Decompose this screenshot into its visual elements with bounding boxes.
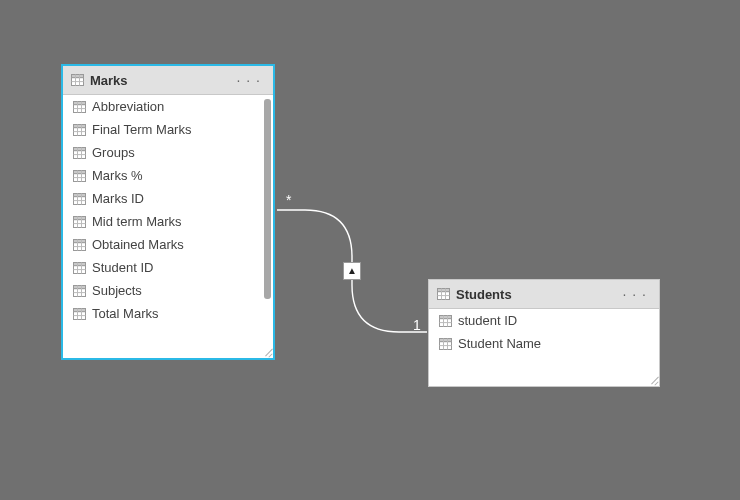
field-label: Groups	[92, 145, 135, 160]
column-icon	[73, 124, 86, 136]
table-card-students[interactable]: Students · · · student ID Student Name	[428, 279, 660, 387]
field-row[interactable]: Final Term Marks	[63, 118, 273, 141]
resize-handle[interactable]	[646, 373, 658, 385]
cardinality-many: *	[286, 192, 292, 208]
table-icon	[437, 288, 450, 300]
field-label: Obtained Marks	[92, 237, 184, 252]
column-icon	[73, 170, 86, 182]
field-row[interactable]: Marks %	[63, 164, 273, 187]
table-icon	[71, 74, 84, 86]
field-label: Marks ID	[92, 191, 144, 206]
field-label: Total Marks	[92, 306, 158, 321]
field-row[interactable]: Subjects	[63, 279, 273, 302]
field-row[interactable]: Abbreviation	[63, 95, 273, 118]
column-icon	[73, 193, 86, 205]
table-body-students: student ID Student Name	[429, 309, 659, 386]
field-row[interactable]: student ID	[429, 309, 659, 332]
table-title-marks: Marks	[90, 73, 233, 88]
column-icon	[73, 101, 86, 113]
column-icon	[73, 285, 86, 297]
field-label: Abbreviation	[92, 99, 164, 114]
field-row[interactable]: Groups	[63, 141, 273, 164]
arrow-up-icon: ▲	[347, 266, 357, 276]
field-row[interactable]: Student Name	[429, 332, 659, 355]
resize-handle[interactable]	[260, 345, 272, 357]
field-label: Mid term Marks	[92, 214, 182, 229]
column-icon	[73, 262, 86, 274]
cardinality-one: 1	[413, 317, 421, 333]
field-row[interactable]: Obtained Marks	[63, 233, 273, 256]
table-header-marks[interactable]: Marks · · ·	[63, 66, 273, 95]
column-icon	[73, 216, 86, 228]
table-menu-students[interactable]: · · ·	[619, 286, 651, 302]
field-label: Student Name	[458, 336, 541, 351]
field-row[interactable]: Mid term Marks	[63, 210, 273, 233]
scrollbar[interactable]	[264, 99, 271, 299]
field-label: Final Term Marks	[92, 122, 191, 137]
column-icon	[73, 308, 86, 320]
field-label: Marks %	[92, 168, 143, 183]
table-header-students[interactable]: Students · · ·	[429, 280, 659, 309]
field-label: Subjects	[92, 283, 142, 298]
table-body-marks: Abbreviation Final Term Marks Groups Mar…	[63, 95, 273, 358]
column-icon	[73, 147, 86, 159]
column-icon	[73, 239, 86, 251]
column-icon	[439, 315, 452, 327]
column-icon	[439, 338, 452, 350]
field-row[interactable]: Total Marks	[63, 302, 273, 325]
table-menu-marks[interactable]: · · ·	[233, 72, 265, 88]
field-row[interactable]: Marks ID	[63, 187, 273, 210]
filter-direction-icon[interactable]: ▲	[343, 262, 361, 280]
field-row[interactable]: Student ID	[63, 256, 273, 279]
table-title-students: Students	[456, 287, 619, 302]
table-card-marks[interactable]: Marks · · · Abbreviation Final Term Mark…	[61, 64, 275, 360]
field-label: student ID	[458, 313, 517, 328]
field-label: Student ID	[92, 260, 153, 275]
